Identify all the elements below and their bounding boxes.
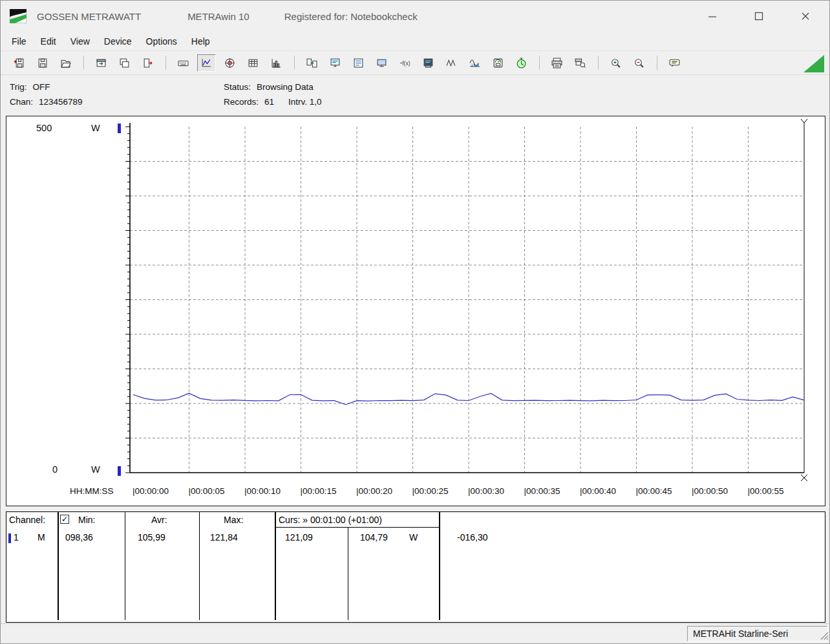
cursor-value-1: 121,09 [285, 532, 313, 542]
x-tick-label: |00:00:15 [301, 486, 337, 496]
zoom-out-button[interactable] [630, 54, 648, 72]
function-button[interactable]: f(x) [396, 54, 414, 72]
close-button[interactable] [796, 6, 815, 26]
toolbar-separator [165, 56, 166, 70]
menu-item-device[interactable]: Device [97, 33, 139, 50]
status-bar: METRAHit Starline-Seri [1, 623, 829, 643]
copy-window-icon [119, 58, 130, 69]
channel-number: 1 [14, 532, 19, 542]
open-file-icon [60, 58, 71, 69]
x-tick-label: |00:00:40 [580, 486, 616, 496]
y-axis-unit-top: W [91, 123, 100, 133]
line-chart-icon [201, 58, 212, 69]
transfer-icon [306, 58, 317, 69]
line-chart-button[interactable] [197, 54, 216, 72]
monitor-icon [376, 58, 387, 69]
device-config-button[interactable] [326, 54, 345, 72]
resize-grip[interactable] [818, 630, 829, 643]
save-button[interactable] [33, 54, 52, 72]
device-name: METRAHit Starline-Seri [693, 628, 788, 639]
harmonics-icon [469, 58, 480, 69]
toolbar: f(x) [1, 51, 829, 75]
trigger-status: Trig:OFF [10, 82, 50, 92]
column-divider [125, 512, 125, 620]
scope-view-icon [224, 58, 235, 69]
export-file-button[interactable] [10, 54, 28, 72]
annotation-icon [669, 58, 680, 69]
display-button[interactable] [419, 54, 438, 72]
harmonics-button[interactable] [465, 54, 484, 72]
print-preview-button[interactable] [571, 54, 590, 72]
chart-panel: 500 W 0 W HH:MM:SS |00:00:00|00:00:05|00… [6, 116, 825, 506]
maximize-icon [754, 12, 763, 21]
menu-item-options[interactable]: Options [139, 33, 184, 50]
maximize-button[interactable] [749, 6, 769, 26]
menu-item-help[interactable]: Help [184, 33, 217, 50]
browse-status: Status:Browsing Data [224, 82, 314, 92]
transfer-button[interactable] [303, 54, 321, 72]
close-icon [801, 12, 810, 21]
menu-item-edit[interactable]: Edit [34, 33, 63, 50]
meter-button[interactable] [489, 54, 507, 72]
toolbar-separator [539, 56, 540, 70]
timer-icon [516, 58, 527, 69]
channel-range-marker-bottom[interactable] [118, 466, 121, 476]
zoom-in-button[interactable] [606, 54, 625, 72]
x-tick-label: |00:00:00 [133, 486, 169, 496]
title-bar: GOSSEN METRAWATT METRAwin 10 Registered … [1, 1, 829, 32]
device-list-button[interactable] [349, 54, 368, 72]
cursor-delta-value: -016,30 [457, 532, 487, 542]
channel-color-marker [8, 533, 11, 543]
monitor-button[interactable] [372, 54, 391, 72]
level-indicator-icon [803, 55, 824, 72]
channel-range-marker-top[interactable] [118, 123, 121, 133]
toolbar-separator [598, 56, 599, 70]
minimize-button[interactable] [703, 6, 722, 26]
display-icon [423, 58, 434, 69]
copy-window-button[interactable] [115, 54, 134, 72]
column-divider [275, 512, 276, 620]
chart-plot-area[interactable] [6, 116, 825, 506]
menu-item-file[interactable]: File [5, 33, 34, 50]
toolbar-separator [657, 56, 657, 70]
export-file-icon [14, 58, 25, 69]
histogram-view-button[interactable] [267, 54, 286, 72]
print-icon [551, 58, 562, 69]
table-view-button[interactable] [244, 54, 262, 72]
min-column-header: Min: [78, 515, 95, 525]
window-controls [703, 6, 815, 26]
max-value: 121,84 [210, 532, 238, 542]
keyboard-button[interactable] [174, 54, 193, 72]
x-tick-label: |00:00:50 [692, 486, 728, 496]
timer-button[interactable] [512, 54, 531, 72]
metrawin-window: GOSSEN METRAWATT METRAwin 10 Registered … [0, 0, 830, 644]
info-bar: Trig:OFF Chan:123456789 Status:Browsing … [1, 75, 829, 116]
print-button[interactable] [548, 54, 566, 72]
x-tick-label: |00:00:05 [189, 486, 225, 496]
x-tick-label: |00:00:20 [356, 486, 392, 496]
channel-column-header: Channel: [9, 515, 45, 525]
values-panel: Channel: Min: Avr: Max: Curs: » 00:01:00… [6, 511, 825, 623]
app-logo-icon [10, 9, 27, 23]
open-file-button[interactable] [56, 54, 75, 72]
title-brand: GOSSEN METRAWATT [37, 11, 141, 22]
channel-status: Chan:123456789 [10, 97, 83, 107]
exit-button[interactable] [138, 54, 157, 72]
meter-icon [493, 58, 504, 69]
import-window-button[interactable] [92, 54, 111, 72]
y-axis-unit-bottom: W [91, 464, 100, 475]
annotation-button[interactable] [665, 54, 684, 72]
x-tick-label: |00:00:55 [748, 486, 784, 496]
x-tick-label: |00:00:10 [244, 486, 281, 496]
column-divider [439, 512, 440, 620]
scope-view-button[interactable] [220, 54, 239, 72]
table-view-icon [248, 58, 259, 69]
zoom-in-icon [610, 58, 621, 69]
min-value: 098,36 [65, 532, 93, 542]
channel-visible-checkbox[interactable] [60, 515, 69, 524]
menu-item-view[interactable]: View [63, 33, 97, 50]
cursor-header-underline [275, 527, 440, 528]
waveform-button[interactable] [442, 54, 461, 72]
print-preview-icon [575, 58, 586, 69]
menu-bar: FileEditViewDeviceOptionsHelp [1, 32, 829, 51]
